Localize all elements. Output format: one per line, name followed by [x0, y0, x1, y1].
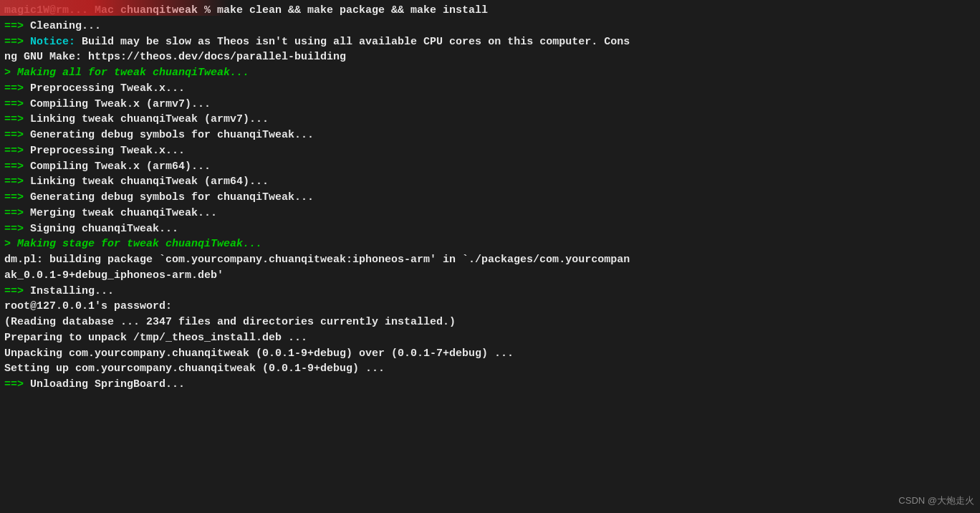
terminal-line: ==> Preprocessing Tweak.x...	[0, 143, 980, 159]
terminal-text: ==>	[4, 98, 30, 110]
terminal-text: ==>	[4, 145, 30, 157]
terminal-line: ==> Cleaning...	[0, 19, 980, 34]
terminal-text: ==>	[4, 160, 30, 173]
terminal-line: > Making stage for tweak chuanqiTweak...	[0, 236, 980, 252]
terminal-text: Linking tweak chuanqiTweak (arm64)...	[30, 176, 269, 188]
terminal-text: Preparing to unpack /tmp/_theos_install.…	[4, 332, 307, 344]
terminal-text: ==>	[4, 113, 30, 125]
top-bar-decoration	[0, 0, 229, 16]
terminal-text: Unloading SpringBoard...	[30, 378, 185, 390]
terminal-line: ng GNU Make: https://theos.dev/docs/para…	[0, 49, 980, 65]
terminal-line: ==> Linking tweak chuanqiTweak (armv7)..…	[0, 112, 980, 128]
terminal-text: Notice:	[30, 36, 75, 48]
terminal-text: Preprocessing Tweak.x...	[30, 82, 185, 95]
terminal-text: Setting up com.yourcompany.chuanqitweak …	[4, 363, 385, 375]
terminal-text: ==>	[4, 20, 30, 32]
terminal-text: Compiling Tweak.x (arm64)...	[30, 160, 211, 173]
terminal-line: ==> Merging tweak chuanqiTweak...	[0, 206, 980, 221]
terminal-text: ==>	[4, 191, 30, 203]
terminal-line: ==> Generating debug symbols for chuanqi…	[0, 190, 980, 206]
terminal-line: ==> Notice: Build may be slow as Theos i…	[0, 34, 980, 50]
terminal-text: ==>	[4, 223, 30, 235]
terminal-text: Generating debug symbols for chuanqiTwea…	[30, 191, 314, 203]
watermark: CSDN @大炮走火	[898, 494, 974, 507]
terminal-line: Setting up com.yourcompany.chuanqitweak …	[0, 361, 980, 377]
terminal-text: ==>	[4, 176, 30, 188]
terminal-line: ==> Compiling Tweak.x (armv7)...	[0, 97, 980, 112]
terminal-text: ng GNU Make: https://theos.dev/docs/para…	[4, 51, 346, 63]
terminal-window: magic1W@rm... Mac chuanqitweak % make cl…	[0, 0, 980, 513]
terminal-text: Unpacking com.yourcompany.chuanqitweak (…	[4, 347, 514, 360]
terminal-text: > Making all for tweak chuanqiTweak...	[4, 67, 249, 79]
terminal-line: ==> Preprocessing Tweak.x...	[0, 81, 980, 97]
terminal-text: Build may be slow as Theos isn't using a…	[75, 36, 630, 48]
terminal-text: (Reading database ... 2347 files and dir…	[4, 316, 456, 328]
terminal-line: > Making all for tweak chuanqiTweak...	[0, 65, 980, 81]
terminal-text: Preprocessing Tweak.x...	[30, 145, 185, 157]
terminal-line: root@127.0.0.1's password:	[0, 299, 980, 315]
terminal-line: ak_0.0.1-9+debug_iphoneos-arm.deb'	[0, 268, 980, 284]
terminal-text: Installing...	[30, 285, 114, 297]
terminal-text: ==>	[4, 36, 30, 48]
terminal-text: ==>	[4, 207, 30, 219]
terminal-text: > Making stage for tweak chuanqiTweak...	[4, 238, 262, 250]
terminal-output: magic1W@rm... Mac chuanqitweak % make cl…	[0, 3, 980, 393]
terminal-line: ==> Installing...	[0, 284, 980, 299]
terminal-line: ==> Generating debug symbols for chuanqi…	[0, 128, 980, 143]
terminal-text: ak_0.0.1-9+debug_iphoneos-arm.deb'	[4, 269, 224, 282]
terminal-text: ==>	[4, 82, 30, 95]
terminal-line: ==> Compiling Tweak.x (arm64)...	[0, 159, 980, 175]
terminal-line: ==> Linking tweak chuanqiTweak (arm64)..…	[0, 174, 980, 190]
terminal-text: Signing chuanqiTweak...	[30, 223, 178, 235]
terminal-text: dm.pl: building package `com.yourcompany…	[4, 254, 630, 266]
terminal-text: Linking tweak chuanqiTweak (armv7)...	[30, 113, 269, 125]
terminal-line: ==> Signing chuanqiTweak...	[0, 221, 980, 237]
terminal-text: ==>	[4, 285, 30, 297]
terminal-line: ==> Unloading SpringBoard...	[0, 377, 980, 393]
terminal-text: Compiling Tweak.x (armv7)...	[30, 98, 211, 110]
terminal-text: ==>	[4, 129, 30, 141]
terminal-line: Preparing to unpack /tmp/_theos_install.…	[0, 330, 980, 346]
terminal-text: Cleaning...	[30, 20, 101, 32]
terminal-line: (Reading database ... 2347 files and dir…	[0, 315, 980, 330]
terminal-text: root@127.0.0.1's password:	[4, 300, 172, 312]
terminal-line: Unpacking com.yourcompany.chuanqitweak (…	[0, 346, 980, 362]
terminal-text: Merging tweak chuanqiTweak...	[30, 207, 217, 219]
terminal-text: Generating debug symbols for chuanqiTwea…	[30, 129, 314, 141]
terminal-text: ==>	[4, 378, 30, 390]
terminal-line: dm.pl: building package `com.yourcompany…	[0, 252, 980, 268]
